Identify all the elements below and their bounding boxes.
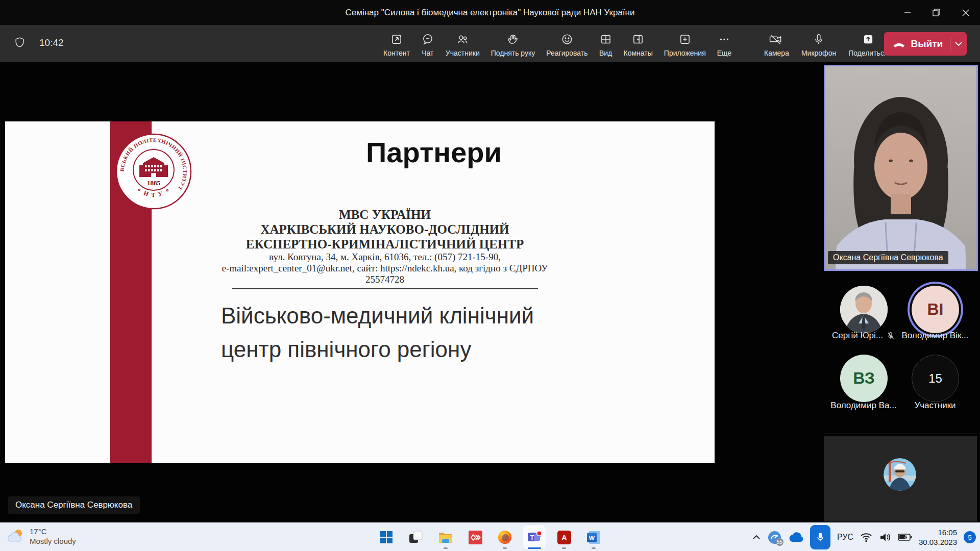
tray-clock[interactable]: 16:05 30.03.2023 [919, 528, 957, 547]
language-indicator[interactable]: РУС [837, 533, 853, 542]
taskbar-app-icons: T A W [375, 523, 605, 551]
letterhead-line: вул. Ковтуна, 34, м. Харків, 61036, тел.… [216, 252, 553, 263]
letterhead-rule [232, 288, 538, 289]
participant-initials: ВЗ [853, 369, 875, 388]
windows-taskbar: 17°C Mostly cloudy [0, 522, 980, 551]
meeting-toolbar: 10:42 Контент Чат Участники Поднять руку [0, 25, 980, 62]
start-button[interactable] [375, 525, 398, 549]
participant-avatar-photo[interactable] [840, 286, 888, 333]
word-button[interactable]: W [582, 525, 605, 549]
slide-title: Партнери [271, 136, 597, 169]
leave-button[interactable]: Выйти [884, 32, 967, 56]
slide-body-line1: Військово-медичний клінічний [221, 299, 534, 333]
content-button[interactable]: Контент [379, 29, 414, 59]
tray-chevron-icon[interactable] [752, 534, 761, 540]
acrobat-icon: A [557, 531, 571, 544]
battery-icon[interactable] [898, 533, 912, 542]
more-label: Еще [717, 49, 732, 57]
self-view-tile[interactable] [824, 436, 977, 521]
mic-in-use-indicator[interactable] [810, 525, 830, 549]
teams-button[interactable]: T [523, 525, 546, 549]
task-view-icon [409, 531, 423, 544]
red-app-icon [469, 531, 482, 544]
participants-overflow-label[interactable]: Участники [892, 400, 978, 411]
onedrive-icon[interactable] [788, 532, 803, 542]
mic-icon [815, 532, 825, 543]
microphone-icon [812, 32, 825, 46]
react-button[interactable]: Реагировать [542, 29, 592, 59]
participant-avatar-initials[interactable]: ВІ [912, 286, 959, 333]
participants-label: Участники [914, 400, 955, 411]
volume-icon[interactable] [879, 532, 891, 542]
window-controls [893, 0, 980, 25]
minimize-button[interactable] [893, 0, 922, 25]
wifi-icon[interactable] [860, 532, 872, 542]
participant-tile-2[interactable]: Володимир Вік... [892, 331, 978, 341]
raise-hand-button[interactable]: Поднять руку [486, 29, 540, 59]
slide-body-text: Військово-медичний клінічний центр півні… [221, 299, 534, 366]
participants-overflow-circle[interactable]: 15 [912, 355, 959, 402]
firefox-icon [498, 530, 512, 544]
camera-label: Камера [764, 49, 789, 57]
slide-body-line2: центр північного регіону [221, 333, 534, 366]
participants-button[interactable]: Участники [441, 29, 484, 59]
acrobat-button[interactable]: A [553, 525, 575, 549]
file-explorer-button[interactable] [434, 525, 457, 549]
self-avatar-photo [884, 458, 916, 491]
participant-name: Сергій Юрі... [832, 331, 883, 341]
panel-divider [824, 434, 978, 434]
toolbar-center-buttons: Контент Чат Участники Поднять руку Реаги… [379, 29, 736, 59]
participant-name: Володимир Вік... [901, 331, 968, 341]
weather-widget[interactable]: 17°C Mostly cloudy [7, 527, 76, 546]
participant-avatar-initials[interactable]: ВЗ [840, 355, 888, 402]
more-dots-icon [718, 32, 731, 46]
file-explorer-icon [438, 531, 453, 544]
close-icon [962, 9, 969, 16]
slide-letterhead: МВС УКРАЇНИ ХАРКІВСЬКИЙ НАУКОВО-ДОСЛІДНИ… [216, 207, 553, 289]
meeting-stage: ХАРКІВСЬКИЙ ПОЛІТЕХНІЧНИЙ ІНСТИТУТ ⚬ Н Т… [0, 62, 980, 522]
participants-label: Участники [446, 49, 480, 57]
letterhead-line: ЕКСПЕРТНО-КРИМІНАЛІСТИЧНИЙ ЦЕНТР [216, 237, 553, 252]
weather-icon [7, 528, 24, 544]
chat-icon [421, 32, 434, 46]
rooms-button[interactable]: Комнаты [619, 29, 657, 59]
chat-button[interactable]: Чат [416, 29, 439, 59]
task-view-button[interactable] [405, 525, 427, 549]
camera-button[interactable]: Камера [760, 29, 794, 59]
leave-label: Выйти [911, 38, 943, 49]
logo-year: 1885 [147, 179, 161, 187]
weather-temp: 17°C [30, 527, 76, 536]
firefox-button[interactable] [494, 525, 516, 549]
shield-icon [13, 36, 26, 49]
more-button[interactable]: Еще [713, 29, 737, 59]
letterhead-line: e-mail:expert_center_01@ukr.net, сайт: h… [216, 263, 553, 285]
notification-badge[interactable]: 5 [964, 531, 976, 543]
active-indicator [528, 547, 541, 549]
apps-button[interactable]: Приложения [659, 29, 710, 59]
speed-badge: 55 [776, 538, 783, 546]
system-tray: 55 РУС 16:05 30.03.2023 [752, 523, 976, 551]
content-label: Контент [383, 49, 410, 57]
participant-initials: ВІ [927, 300, 944, 319]
running-indicator [444, 547, 448, 549]
microphone-button[interactable]: Микрофон [797, 29, 841, 59]
view-grid-icon [599, 32, 612, 46]
toolbar-device-buttons: Камера Микрофон Поделиться [760, 29, 892, 59]
leave-options-button[interactable] [950, 41, 967, 46]
close-button[interactable] [951, 0, 980, 25]
view-button[interactable]: Вид [595, 29, 617, 59]
presenter-name-pill: Оксана Сергіївна Севрюкова [8, 496, 140, 514]
speaker-video-tile[interactable]: Оксана Сергіївна Севрюкова [824, 65, 978, 271]
letterhead-line: ХАРКІВСЬКИЙ НАУКОВО-ДОСЛІДНИЙ [216, 222, 553, 237]
letterhead-line: МВС УКРАЇНИ [216, 207, 553, 222]
speaker-name-label: Оксана Сергіївна Севрюкова [828, 251, 948, 264]
windows-start-icon [380, 531, 393, 544]
share-label: Поделиться [848, 49, 888, 57]
chat-label: Чат [422, 49, 433, 57]
red-app-button[interactable] [464, 525, 486, 549]
share-content-icon [390, 32, 403, 46]
restore-button[interactable] [922, 0, 951, 25]
rooms-icon [631, 32, 645, 46]
speed-monitor-icon[interactable]: 55 [768, 531, 781, 544]
microphone-label: Микрофон [801, 49, 836, 57]
